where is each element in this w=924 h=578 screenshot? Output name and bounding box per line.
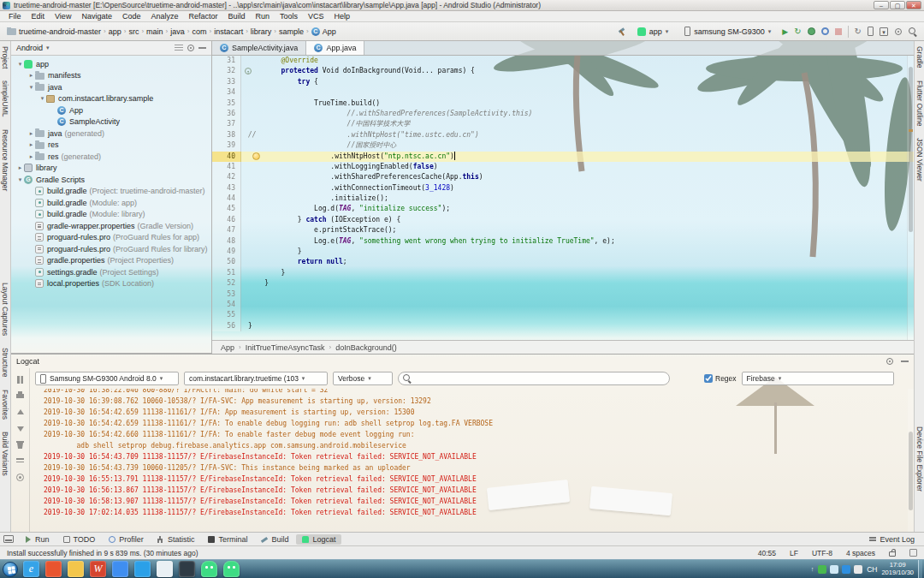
- logcat-process-selector[interactable]: com.instacart.library.truetime (103 ▾: [184, 372, 328, 385]
- logcat-minimize-icon[interactable]: [901, 361, 909, 362]
- code-line-54[interactable]: 54: [212, 300, 914, 310]
- tool-button-gradle[interactable]: Gradle: [915, 46, 924, 69]
- tree-item-proguard-rules-pro-proguard-rules-for-library[interactable]: proguard-rules.pro(ProGuard Rules for li…: [11, 243, 211, 255]
- expand-arrow-icon[interactable]: ▸: [27, 130, 35, 137]
- log-line[interactable]: 2019-10-30 16:38:22.046 860-880/? I/FACt…: [44, 389, 907, 396]
- indent-widget[interactable]: 4 spaces: [846, 549, 875, 557]
- tool-button-json-viewer[interactable]: JSON Viewer: [915, 138, 924, 182]
- tree-item-gradle-wrapper-properties-gradle-version[interactable]: gradle-wrapper.properties(Gradle Version…: [11, 220, 211, 232]
- breadcrumb-inittruetimeasynctask[interactable]: InitTrueTimeAsyncTask: [246, 343, 325, 352]
- android-emulator-icon[interactable]: [201, 561, 217, 577]
- code-line-48[interactable]: 48 Log.e(TAG, "something went wrong when…: [212, 236, 914, 247]
- media-player-icon[interactable]: [45, 561, 62, 577]
- menu-edit[interactable]: Edit: [27, 11, 50, 22]
- tree-item-app[interactable]: ▾app: [11, 58, 211, 70]
- logcat-filter-selector[interactable]: Firebase ▾: [742, 372, 894, 385]
- avd-manager-icon[interactable]: [868, 27, 874, 36]
- tray-expand-icon[interactable]: ↑: [811, 566, 814, 572]
- log-line[interactable]: 2019-10-30 16:39:08.762 10060-10538/? I/…: [44, 396, 907, 407]
- log-line[interactable]: 2019-10-30 16:54:43.709 11138-11157/? E/…: [44, 451, 907, 462]
- menu-run[interactable]: Run: [251, 11, 275, 22]
- collapse-arrow-icon[interactable]: ▾: [27, 84, 35, 91]
- expand-arrow-icon[interactable]: ▸: [16, 164, 24, 171]
- editor-scrollbar[interactable]: [907, 56, 914, 340]
- debug-button[interactable]: [808, 27, 815, 35]
- code-editor[interactable]: 31 @Override32↑ protected Void doInBackg…: [212, 56, 914, 340]
- lines-icon[interactable]: [15, 456, 25, 466]
- tree-item-gradle-scripts[interactable]: ▾GGradle Scripts: [11, 174, 211, 186]
- breadcrumb-app[interactable]: CApp: [311, 27, 336, 36]
- intention-bulb-icon[interactable]: [252, 152, 260, 160]
- menu-tools[interactable]: Tools: [275, 11, 303, 22]
- project-view-selector[interactable]: Android: [16, 44, 43, 52]
- ie-browser-icon[interactable]: e: [23, 561, 39, 577]
- trash-icon[interactable]: [15, 440, 25, 450]
- code-line-51[interactable]: 51 }: [212, 268, 914, 278]
- print-icon[interactable]: [15, 391, 25, 401]
- android-device-icon[interactable]: [223, 561, 240, 577]
- tree-item-res-generated[interactable]: ▸res(generated): [11, 151, 211, 163]
- code-line-37[interactable]: 37 //中国科学技术大学: [212, 119, 914, 129]
- scrollbar-thumb[interactable]: [909, 67, 913, 232]
- collapse-arrow-icon[interactable]: ▾: [16, 61, 24, 68]
- menu-analyze[interactable]: Analyze: [145, 11, 183, 22]
- profiler-button[interactable]: [821, 27, 829, 35]
- code-line-32[interactable]: 32↑ protected Void doInBackground(Void..…: [212, 66, 914, 76]
- pause-icon[interactable]: [15, 375, 25, 384]
- encoding-widget[interactable]: UTF-8: [812, 549, 832, 557]
- breadcrumb-instacart[interactable]: instacart: [214, 27, 243, 36]
- expand-all-icon[interactable]: [175, 45, 183, 51]
- tool-window-button-run[interactable]: Run: [19, 534, 56, 545]
- tool-button-resource-manager[interactable]: Resource Manager: [1, 129, 9, 191]
- log-line[interactable]: 2019-10-30 16:54:42.660 11138-11161/? I/…: [44, 429, 907, 440]
- expand-arrow-icon[interactable]: ▸: [27, 141, 35, 148]
- breadcrumb-library[interactable]: library: [251, 27, 272, 36]
- tree-item-res[interactable]: ▸res: [11, 140, 211, 152]
- update-tray-icon[interactable]: [854, 565, 862, 574]
- notepad-icon[interactable]: [157, 561, 173, 577]
- tool-button-flutter-outline[interactable]: Flutter Outline: [915, 80, 924, 126]
- apply-changes-icon[interactable]: ↻: [794, 27, 801, 36]
- breadcrumb-main[interactable]: main: [146, 27, 163, 36]
- menu-file[interactable]: File: [3, 11, 27, 22]
- regex-checkbox-label[interactable]: Regex: [704, 374, 737, 383]
- tool-button-device-file-explorer[interactable]: Device File Explorer: [915, 426, 924, 492]
- tree-item-gradle-properties-project-properties[interactable]: gradle.properties(Project Properties): [11, 255, 211, 267]
- logcat-scrollbar-thumb[interactable]: [909, 432, 913, 510]
- tree-item-build-gradle-module-app[interactable]: build.gradle(Module: app): [11, 197, 211, 209]
- code-line-53[interactable]: 53: [212, 289, 914, 300]
- log-line[interactable]: 2019-10-30 16:56:13.867 11138-11157/? E/…: [44, 485, 907, 496]
- breadcrumb-app[interactable]: app: [109, 27, 121, 36]
- tree-item-manifests[interactable]: ▸manifests: [11, 70, 211, 82]
- start-button[interactable]: [3, 562, 18, 577]
- menu-build[interactable]: Build: [222, 11, 250, 22]
- sound-tray-icon[interactable]: [830, 565, 838, 574]
- logcat-search-input[interactable]: [398, 372, 670, 385]
- line-ending-widget[interactable]: LF: [790, 549, 798, 557]
- tool-window-button-todo[interactable]: TODO: [57, 534, 102, 545]
- run-configuration-selector[interactable]: app ▾: [632, 26, 674, 38]
- code-line-38[interactable]: 38// .withNtpHost("time.ustc.edu.cn"): [212, 130, 914, 140]
- reader-mode-icon[interactable]: [909, 549, 917, 557]
- menu-navigate[interactable]: Navigate: [76, 11, 117, 22]
- logcat-output[interactable]: 2019-10-30 16:38:22.046 860-880/? I/FACt…: [30, 389, 907, 532]
- device-selector[interactable]: samsung SM-G9300 ▾: [679, 25, 776, 38]
- tree-item-sampleactivity[interactable]: CSampleActivity: [11, 116, 211, 128]
- breadcrumb-doinbackground[interactable]: doInBackground(): [335, 343, 397, 352]
- tree-item-settings-gradle-project-settings[interactable]: settings.gradle(Project Settings): [11, 266, 211, 278]
- network-tray-icon[interactable]: [842, 565, 850, 574]
- logcat-settings-gear-icon[interactable]: [886, 357, 894, 366]
- search-everywhere-icon[interactable]: [909, 27, 917, 36]
- tree-item-java[interactable]: ▾java: [11, 81, 211, 93]
- tool-window-button-event-log[interactable]: Event Log: [863, 534, 921, 545]
- code-line-42[interactable]: 42 .withSharedPreferencesCache(App.this): [212, 172, 914, 182]
- code-line-31[interactable]: 31 @Override: [212, 56, 914, 66]
- tool-window-button-terminal[interactable]: Terminal: [202, 534, 253, 545]
- gear-icon[interactable]: [15, 473, 25, 482]
- tree-item-app[interactable]: CApp: [11, 104, 211, 116]
- menu-view[interactable]: View: [50, 11, 76, 22]
- show-desktop-button[interactable]: [918, 560, 922, 578]
- explorer-folder-icon[interactable]: [68, 561, 84, 577]
- run-button[interactable]: ▶: [782, 27, 788, 36]
- code-line-46[interactable]: 46 } catch (IOException e) {: [212, 215, 914, 225]
